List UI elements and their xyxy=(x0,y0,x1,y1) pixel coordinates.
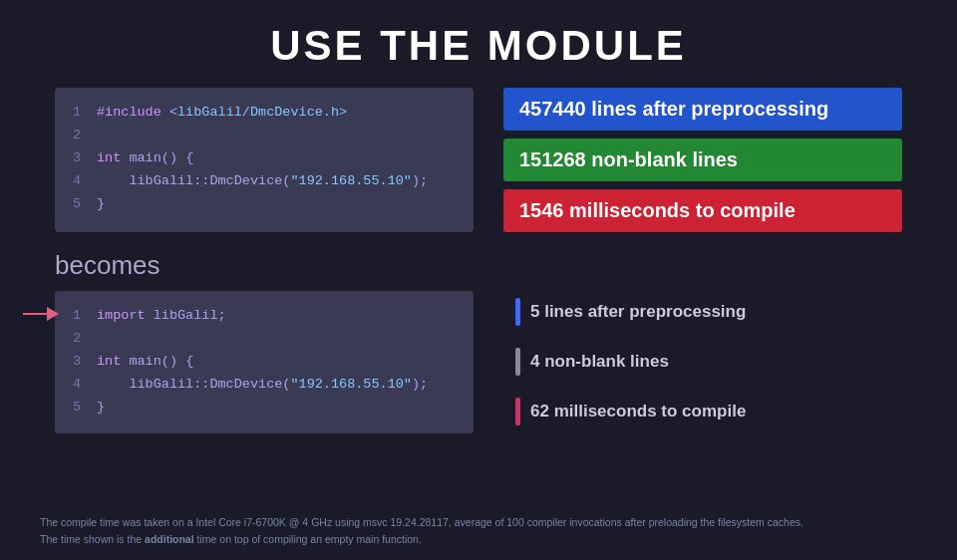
code-line-3: 3int main() { xyxy=(73,147,456,170)
page-container: USE THE MODULE 1#include <libGalil/DmcDe… xyxy=(0,0,957,560)
footer-line-1: The compile time was taken on a Intel Co… xyxy=(40,514,917,531)
code-line-1: 1#include <libGalil/DmcDevice.h> xyxy=(73,102,456,125)
stat-bar-blue xyxy=(515,298,520,326)
code2-line-4: 4 libGalil::DmcDevice("192.168.55.10"); xyxy=(73,374,456,397)
stat2-compile-time: 62 milliseconds to compile xyxy=(503,391,902,432)
stat2-lines-preprocessing: 5 lines after preprocessing xyxy=(503,291,902,333)
code2-line-1: 1import libGalil; xyxy=(73,305,456,328)
first-section: 1#include <libGalil/DmcDevice.h> 2 3int … xyxy=(0,88,957,232)
second-code-block: 1import libGalil; 2 3int main() { 4 libG… xyxy=(55,291,474,433)
code-line-5: 5} xyxy=(73,193,456,216)
becomes-label: becomes xyxy=(0,232,957,291)
stat-lines-preprocessing: 457440 lines after preprocessing xyxy=(503,88,902,131)
page-title: USE THE MODULE xyxy=(0,0,957,88)
code-line-2: 2 xyxy=(73,125,456,147)
code2-line-2: 2 xyxy=(73,328,456,351)
stat-bar-pink xyxy=(515,398,520,425)
code-line-4: 4 libGalil::DmcDevice("192.168.55.10"); xyxy=(73,170,456,193)
arrow-indicator xyxy=(23,307,59,321)
stat-non-blank-lines: 151268 non-blank lines xyxy=(503,139,902,181)
second-stats-panel: 5 lines after preprocessing 4 non-blank … xyxy=(503,291,902,433)
code2-line-3: 3int main() { xyxy=(73,351,456,374)
first-stats-panel: 457440 lines after preprocessing 151268 … xyxy=(503,88,902,232)
footer: The compile time was taken on a Intel Co… xyxy=(40,514,917,548)
second-code-block-wrapper: 1import libGalil; 2 3int main() { 4 libG… xyxy=(55,291,474,433)
stat-bar-gray xyxy=(515,348,520,376)
code2-line-5: 5} xyxy=(73,397,456,420)
second-section: 1import libGalil; 2 3int main() { 4 libG… xyxy=(0,291,957,433)
stat2-non-blank-lines: 4 non-blank lines xyxy=(503,341,902,383)
footer-line-2: The time shown is the additional time on… xyxy=(40,531,917,548)
first-code-block: 1#include <libGalil/DmcDevice.h> 2 3int … xyxy=(55,88,474,232)
stat-compile-time: 1546 milliseconds to compile xyxy=(503,189,902,232)
